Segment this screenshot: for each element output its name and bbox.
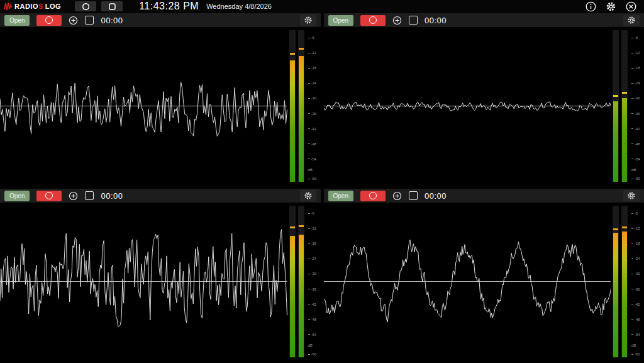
app-title: RADIOSLOG [14,3,61,10]
waveform-trace [324,240,611,322]
system-clock: 11:43:28 PM [139,1,199,12]
open-button[interactable]: Open [328,15,353,26]
panel-content: -6-12-18-24-30-36-42-48-54dB-60 [324,27,644,185]
vu-meter: -6-12-18-24-30-36-42-48-54dB-60 [611,203,644,360]
vu-meter-right-channel [621,206,628,357]
stop-all-button[interactable] [101,1,123,11]
panel-settings-button[interactable] [300,190,316,201]
vu-meter: -6-12-18-24-30-36-42-48-54dB-60 [611,27,644,185]
timer-label: 00:00 [101,191,123,201]
vu-meter-fill [613,101,618,182]
vu-meter-peak-marker [299,225,304,227]
record-button[interactable] [36,191,62,201]
vu-meter-fill [622,98,627,182]
vu-meter-peak-marker [622,92,627,94]
monitor-checkbox[interactable] [409,16,418,25]
plus-circle-icon [69,16,78,25]
system-date: Wednesday 4/8/2026 [206,3,272,10]
vu-meter-left-channel [613,30,619,182]
waveform-display [324,27,611,185]
timer-label: 00:00 [425,16,447,25]
panel-content: -6-12-18-24-30-36-42-48-54dB-60 [0,203,321,360]
gear-icon [304,191,313,200]
monitor-checkbox[interactable] [85,16,94,25]
zoom-button[interactable] [392,191,402,201]
record-circle-icon [45,192,53,199]
waveform-display [0,203,287,360]
vu-meter: -6-12-18-24-30-36-42-48-54dB-60 [287,27,321,185]
info-button[interactable] [586,1,596,12]
stop-square-icon [108,3,116,11]
gear-icon [304,16,313,25]
recorder-panel-2: Open 00:00 [324,13,644,185]
gear-icon [627,191,636,200]
vu-meter-right-channel [298,206,304,357]
panel-toolbar: Open 00:00 [0,13,321,27]
record-button[interactable] [36,15,62,26]
timer-label: 00:00 [101,16,123,25]
monitor-checkbox[interactable] [409,191,418,200]
record-circle-icon [45,16,53,24]
vu-meter-left-channel [289,206,296,357]
recorder-panel-3: Open 00:00 [0,189,321,360]
panel-toolbar: Open 00:00 [324,189,644,203]
vu-meter-left-channel [289,30,296,182]
waveform-logo-icon [4,1,13,11]
vu-meter-fill [290,60,295,182]
recorder-panel-1: Open 00:00 [0,13,321,185]
open-button[interactable]: Open [4,15,30,26]
info-icon [586,1,596,12]
waveform-display [324,203,611,360]
waveform-display [0,27,287,185]
vu-meter-peak-marker [613,228,618,230]
close-app-button[interactable] [626,1,636,12]
record-circle-icon [82,3,90,11]
vu-meter-peak-marker [290,53,295,55]
plus-circle-icon [392,191,402,201]
vu-meter-fill [290,236,295,357]
vu-meter-fill [299,56,304,182]
record-circle-icon [369,16,377,24]
close-icon [626,1,636,12]
panel-settings-button[interactable] [623,190,640,201]
zoom-button[interactable] [392,16,402,25]
waveform-trace [0,82,287,137]
waveform-trace [0,230,287,327]
vu-meter-scale: -6-12-18-24-30-36-42-48-54dB-60 [630,206,644,357]
vu-meter: -6-12-18-24-30-36-42-48-54dB-60 [287,203,321,360]
app-logo: RADIOSLOG [4,1,61,11]
vu-meter-left-channel [613,206,619,357]
recorder-grid: Open 00:00 [0,13,644,360]
app-titlebar: RADIOSLOG 11:43:28 PM Wednesday 4/8/2026 [0,0,644,13]
monitor-checkbox[interactable] [85,191,94,200]
record-all-button[interactable] [75,1,96,11]
open-button[interactable]: Open [328,191,353,201]
panel-settings-button[interactable] [300,14,316,26]
vu-meter-peak-marker [290,226,295,228]
gear-icon [606,1,616,12]
vu-meter-fill [622,232,627,357]
panel-content: -6-12-18-24-30-36-42-48-54dB-60 [324,203,644,360]
vu-meter-scale: -6-12-18-24-30-36-42-48-54dB-60 [630,30,644,182]
vu-meter-right-channel [298,30,304,182]
zoom-button[interactable] [69,16,78,25]
vu-meter-peak-marker [299,48,304,50]
vu-meter-fill [299,235,304,357]
vu-meter-peak-marker [613,95,618,97]
plus-circle-icon [392,16,402,25]
vu-meter-peak-marker [622,226,627,228]
gear-icon [627,16,636,25]
vu-meter-scale: -6-12-18-24-30-36-42-48-54dB-60 [307,206,321,357]
record-button[interactable] [360,15,386,26]
panel-settings-button[interactable] [623,14,640,26]
panel-content: -6-12-18-24-30-36-42-48-54dB-60 [0,27,321,185]
record-button[interactable] [360,191,386,201]
open-button[interactable]: Open [4,191,30,201]
vu-meter-scale: -6-12-18-24-30-36-42-48-54dB-60 [307,30,321,182]
timer-label: 00:00 [425,191,447,201]
vu-meter-right-channel [621,30,628,182]
plus-circle-icon [69,191,78,201]
zoom-button[interactable] [69,191,78,201]
vu-meter-fill [613,233,618,357]
settings-button[interactable] [606,1,616,12]
